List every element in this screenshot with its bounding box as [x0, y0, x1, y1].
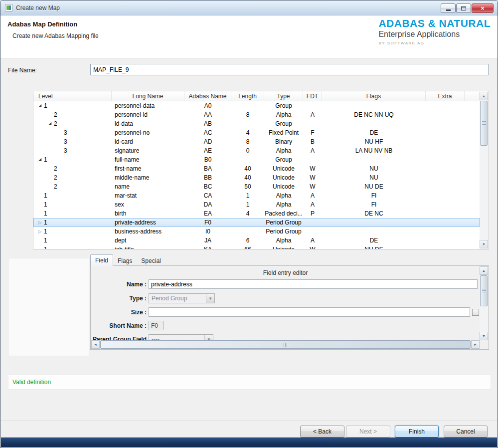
- table-row-id-card[interactable]: 3id-cardAD8BinaryBNU HF: [33, 137, 480, 146]
- next-button[interactable]: Next >: [346, 426, 390, 438]
- brand-line2: Enterprise Applications: [378, 30, 491, 39]
- tab-special[interactable]: Special: [137, 255, 165, 266]
- scroll-up-button[interactable]: ▲: [480, 266, 488, 275]
- table-row-private-address[interactable]: ▷1private-addressF0Period Group: [33, 218, 480, 227]
- cell-type: Unicode: [264, 164, 303, 173]
- editor-scrollbar-thumb[interactable]: [480, 275, 488, 306]
- cell-fdt: A: [303, 146, 322, 155]
- cell-long-name: id-data: [112, 119, 184, 128]
- tree-expander-icon[interactable]: ◢: [46, 119, 53, 128]
- short-name-field-input[interactable]: [149, 321, 164, 330]
- table-row-middle-name[interactable]: 2middle-nameBB40UnicodeWNU: [33, 173, 480, 182]
- editor-vertical-scrollbar[interactable]: ▲ ▼: [480, 266, 488, 340]
- column-header-adabas-name[interactable]: Adabas Name: [184, 91, 231, 101]
- column-header-flags[interactable]: Flags: [322, 91, 426, 101]
- cell-extra: [426, 182, 465, 191]
- table-scrollbar-thumb[interactable]: [480, 101, 488, 146]
- status-message: Valid definition: [12, 379, 51, 386]
- file-name-input[interactable]: [90, 64, 489, 75]
- level-value: 1: [44, 156, 47, 163]
- tree-expander-icon[interactable]: ▷: [36, 218, 43, 227]
- table-row-dept[interactable]: 1deptJA6AlphaADE: [33, 236, 480, 245]
- cell-fdt: P: [303, 209, 322, 218]
- scroll-down-button[interactable]: ▼: [480, 332, 488, 340]
- level-value: 3: [64, 138, 67, 145]
- cell-length: 40: [231, 173, 264, 182]
- cancel-button[interactable]: Cancel: [444, 426, 488, 438]
- column-header-long-name[interactable]: Long Name: [112, 91, 184, 101]
- tab-field[interactable]: Field: [90, 254, 113, 266]
- type-dropdown[interactable]: Period Group ▾: [149, 293, 215, 303]
- window-title: Create new Map: [16, 4, 60, 11]
- size-field-label: Size :: [91, 309, 147, 316]
- cell-long-name: signature: [112, 146, 184, 155]
- size-field-input[interactable]: [149, 307, 470, 317]
- cell-flags: LA NU NV NB: [322, 146, 426, 155]
- cell-flags: [322, 227, 426, 236]
- cell-extra: [426, 209, 465, 218]
- column-header-extra[interactable]: Extra: [426, 91, 465, 101]
- column-header-type[interactable]: Type: [264, 91, 303, 101]
- cell-fdt: [303, 101, 322, 110]
- cell-fdt: [303, 119, 322, 128]
- table-row-birth[interactable]: 1birthEA4Packed deci...PDE NC: [33, 209, 480, 218]
- back-button[interactable]: < Back: [300, 426, 344, 438]
- table-row-personnel-id[interactable]: 2personnel-idAA8AlphaADE NC NN UQ: [33, 110, 480, 119]
- tab-flags[interactable]: Flags: [113, 255, 137, 266]
- column-header-length[interactable]: Length: [231, 91, 264, 101]
- table-row-personnel-data[interactable]: ◢1personnel-dataA0Group: [33, 101, 480, 110]
- cell-extra: [426, 110, 465, 119]
- scroll-up-button[interactable]: ▲: [480, 92, 488, 100]
- cell-long-name: business-address: [112, 227, 184, 236]
- cell-length: 66: [231, 245, 264, 249]
- table-row-id-data[interactable]: ◢2id-dataABGroup: [33, 119, 480, 128]
- table-row-first-name[interactable]: 2first-nameBA40UnicodeWNU: [33, 164, 480, 173]
- titlebar[interactable]: Create new Map ×: [0, 0, 498, 15]
- column-header-fdt[interactable]: FDT: [303, 91, 322, 101]
- table-row-name[interactable]: 2nameBC50UnicodeWNU DE: [33, 182, 480, 191]
- table-row-full-name[interactable]: ◢1full-nameB0Group: [33, 155, 480, 164]
- cell-long-name: dept: [112, 236, 184, 245]
- cell-fdt: W: [303, 245, 322, 249]
- table-header: LevelLong NameAdabas NameLengthTypeFDTFl…: [33, 91, 480, 101]
- maximize-button[interactable]: [456, 3, 471, 13]
- table-row-job-title[interactable]: 1job-titleKA66UnicodeWNU DE: [33, 245, 480, 249]
- chevron-down-icon[interactable]: ▾: [206, 294, 214, 303]
- cell-flags: [322, 101, 426, 110]
- table-row-mar-stat[interactable]: 1mar-statCA1AlphaAFI: [33, 191, 480, 200]
- minimize-button[interactable]: [441, 3, 456, 13]
- level-value: 2: [54, 111, 57, 118]
- cell-type: Unicode: [264, 173, 303, 182]
- scroll-right-button[interactable]: ►: [471, 340, 480, 349]
- table-row-signature[interactable]: 3signatureAE0AlphaALA NU NV NB: [33, 146, 480, 155]
- column-header-level[interactable]: Level: [33, 91, 112, 101]
- level-value: 1: [44, 210, 47, 217]
- tree-expander-icon[interactable]: ◢: [36, 101, 43, 110]
- table-vertical-scrollbar[interactable]: ▲ ▼: [480, 92, 488, 248]
- cell-type: Packed deci...: [264, 209, 303, 218]
- cell-fdt: A: [303, 200, 322, 209]
- finish-button[interactable]: Finish: [395, 426, 439, 438]
- cell-flags: [322, 119, 426, 128]
- cell-fdt: W: [303, 182, 322, 191]
- cell-extra: [426, 200, 465, 209]
- cell-fdt: A: [303, 236, 322, 245]
- cell-long-name: sex: [112, 200, 184, 209]
- scroll-down-button[interactable]: ▼: [480, 240, 488, 248]
- table-row-sex[interactable]: 1sexDA1AlphaAFI: [33, 200, 480, 209]
- tree-expander-icon[interactable]: ▷: [36, 227, 43, 236]
- cell-fdt: B: [303, 137, 322, 146]
- name-field-input[interactable]: [149, 279, 478, 289]
- size-option-button[interactable]: [472, 309, 479, 316]
- tree-expander-icon[interactable]: ◢: [36, 155, 43, 164]
- cell-fdt: W: [303, 164, 322, 173]
- editor-hscrollbar-thumb[interactable]: [100, 340, 471, 349]
- editor-horizontal-scrollbar[interactable]: ◄ ►: [91, 340, 480, 349]
- close-button[interactable]: ×: [472, 3, 494, 13]
- scroll-left-button[interactable]: ◄: [91, 340, 100, 349]
- cell-adabas-name: AE: [184, 146, 231, 155]
- cell-type: Period Group: [264, 218, 303, 227]
- thumb-grip-icon: [482, 121, 486, 125]
- table-row-business-address[interactable]: ▷1business-addressI0Period Group: [33, 227, 480, 236]
- table-row-personnel-no[interactable]: 3personnel-noAC4Fixed PointFDE: [33, 128, 480, 137]
